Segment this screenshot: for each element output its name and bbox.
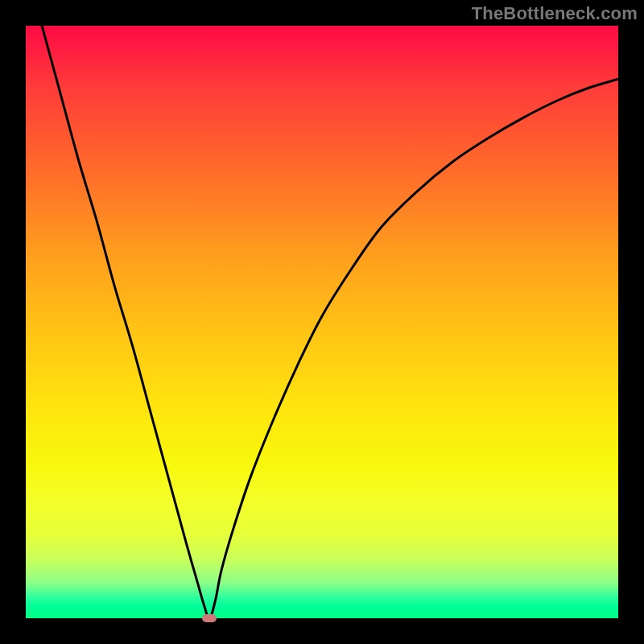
minimum-marker-icon: [202, 614, 217, 622]
watermark-label: TheBottleneck.com: [472, 3, 638, 24]
bottleneck-curve-path: [26, 26, 618, 618]
bottleneck-curve-plot: [26, 26, 618, 618]
chart-frame: TheBottleneck.com: [0, 0, 644, 644]
